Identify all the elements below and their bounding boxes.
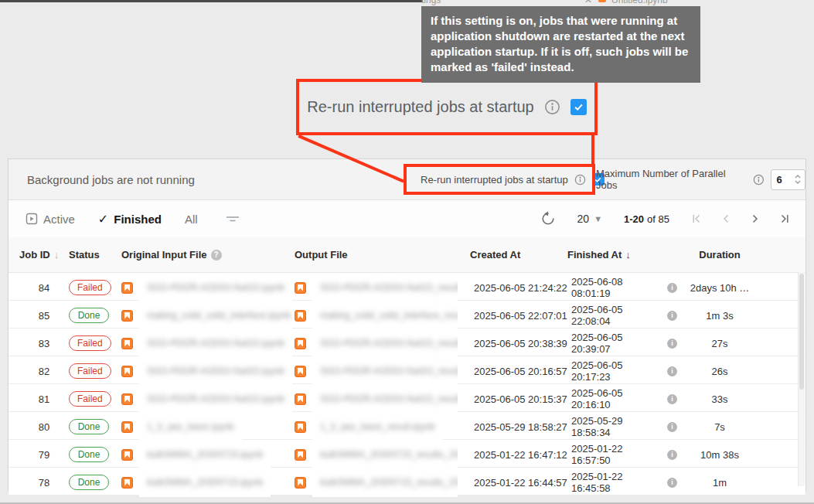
page-size-value: 20: [577, 213, 590, 225]
created-at-cell: 2025-06-05 22:07:01: [470, 310, 567, 322]
notebook-icon: [121, 338, 133, 349]
tab-active[interactable]: Active: [26, 213, 75, 226]
notebook-icon: [295, 282, 306, 294]
range-current: 1-20: [624, 213, 644, 225]
table-row[interactable]: 85Donemaking_solid_solid_interface.ipynb…: [9, 301, 805, 329]
prev-page-icon[interactable]: [720, 213, 731, 224]
notebook-icon: [121, 393, 133, 405]
refresh-icon[interactable]: [540, 211, 556, 226]
page-size-select[interactable]: 20 ▼: [577, 213, 602, 225]
table-row[interactable]: 78DonebulkSMMA_20300715.ipynbbulkSMMA_20…: [9, 468, 805, 495]
notebook-icon: [121, 421, 133, 433]
status-badge: Failed: [69, 335, 111, 351]
table-row[interactable]: 83FailedSGO-PDOR-AODGI-NaGO.ipynbSGO-PDO…: [9, 329, 805, 356]
finished-at-cell: 2025-06-05 20:16:10i: [567, 387, 677, 410]
status-cell: Done: [69, 308, 121, 323]
next-page-icon[interactable]: [750, 213, 761, 224]
info-icon[interactable]: [544, 99, 560, 115]
header-job-id[interactable]: Job ID ↓: [19, 249, 69, 261]
untitled-tab-label[interactable]: Untitled.ipynb: [611, 0, 668, 5]
table-row[interactable]: 79DonebulkSMMA_20300715.ipynbbulkSMMA_20…: [9, 440, 805, 468]
created-at-cell: 2025-05-29 18:58:27: [470, 421, 567, 433]
blurred-filename-box: making_solid_solid_interface.ipynb: [139, 301, 292, 330]
info-icon[interactable]: [753, 174, 765, 186]
last-page-icon[interactable]: [779, 213, 790, 224]
finished-at-cell: 2025-01-22 16:57:50i: [567, 443, 677, 466]
rerun-setting-group: Re-run interrupted jobs at startup: [421, 173, 605, 186]
filter-icon[interactable]: [226, 214, 240, 223]
finished-at-cell: 2025-01-22 16:45:58i: [567, 471, 677, 494]
table-row[interactable]: 81FailedSGO-PDOR-AODGI-NaGO.ipynbSGO-PDO…: [9, 384, 805, 412]
finished-at-value: 2025-01-22 16:45:58: [571, 471, 656, 494]
bookmark-glyph: [298, 368, 303, 375]
bookmark-glyph: [124, 479, 130, 486]
finished-at-value: 2025-06-08 08:01:19: [571, 276, 656, 299]
scrollbar-thumb[interactable]: [799, 274, 804, 390]
table-row[interactable]: 80Done1_3_aas_basic.ipynb1_3_aas_basic_r…: [9, 412, 805, 440]
blurred-filename-box: making_solid_solid_interface_results: [312, 301, 458, 330]
close-icon[interactable]: ✕: [584, 0, 592, 5]
status-badge: Failed: [69, 363, 111, 379]
info-icon[interactable]: i: [667, 450, 677, 460]
info-icon[interactable]: [574, 174, 586, 186]
notebook-icon: [121, 366, 133, 377]
scrollbar[interactable]: [798, 272, 805, 486]
blurred-filename-box: 1_3_aas_basic_result.ipynb: [312, 412, 443, 441]
finished-at-cell: 2025-06-08 08:01:19i: [567, 276, 677, 299]
status-cell: Done: [69, 447, 121, 462]
blurred-filename: making_solid_solid_interface.ipynb: [147, 310, 291, 321]
jobs-toolbar: Active ✓ Finished All: [9, 200, 805, 237]
info-icon[interactable]: i: [667, 478, 677, 488]
blurred-filename-box: SGO-PDOR-AODGI-NaGO.ipynb: [139, 329, 292, 358]
notebook-icon: [295, 338, 306, 349]
bookmark-glyph: [298, 396, 303, 403]
stepper-arrows[interactable]: [795, 175, 801, 184]
blurred-filename: 1_3_aas_basic_result.ipynb: [320, 421, 435, 432]
blurred-filename: 1_3_aas_basic.ipynb: [147, 421, 234, 432]
table-row[interactable]: 82FailedSGO-PDOR-AODGI-NaGO.ipynbSGO-PDO…: [9, 356, 805, 384]
input-file-cell: bulkSMMA_20300715.ipynb: [121, 440, 295, 469]
blurred-filename-box: SGO-PDOR-AODGI-NaGO.ipynb: [139, 384, 292, 414]
duration-cell: 1m 3s: [677, 310, 762, 322]
notebook-icon: [121, 477, 133, 489]
first-page-icon[interactable]: [691, 213, 702, 224]
bookmark-glyph: [298, 424, 303, 431]
blurred-filename: SGO-PDOR-AODGI-NaGO_results_202: [320, 282, 458, 293]
notebook-icon: [295, 421, 306, 433]
blurred-filename: bulkSMMA_20300715_results_2020-0: [320, 449, 458, 460]
job-id-cell: 79: [19, 449, 69, 461]
input-file-cell: SGO-PDOR-AODGI-NaGO.ipynb: [121, 273, 295, 302]
info-icon[interactable]: i: [667, 366, 677, 376]
table-header-row: Job ID ↓ Status Original Input File ? Ou…: [9, 237, 805, 273]
duration-cell: 7s: [677, 421, 762, 433]
output-file-cell: 1_3_aas_basic_result.ipynb: [295, 412, 470, 441]
job-id-cell: 80: [19, 421, 69, 433]
blurred-filename: SGO-PDOR-AODGI-NaGO_results_202: [320, 366, 458, 376]
header-finished-at[interactable]: Finished At ↓: [567, 249, 677, 261]
info-icon[interactable]: i: [667, 394, 677, 404]
blurred-filename: SGO-PDOR-AODGI-NaGO.ipynb: [147, 393, 284, 404]
status-cell: Done: [69, 419, 121, 434]
table-row[interactable]: 84FailedSGO-PDOR-AODGI-NaGO.ipynbSGO-PDO…: [9, 273, 805, 301]
rerun-checkbox[interactable]: [570, 99, 587, 115]
created-at-cell: 2025-06-05 20:15:37: [470, 393, 567, 405]
tab-finished[interactable]: ✓ Finished: [98, 212, 162, 226]
status-cell: Failed: [69, 335, 121, 351]
notebook-icon: [295, 477, 306, 489]
sort-arrow-icon: ↓: [625, 249, 631, 261]
jobs-status-message: Background jobs are not running: [27, 173, 195, 186]
status-cell: Done: [69, 475, 121, 490]
tab-all[interactable]: All: [185, 213, 198, 226]
chevron-down-icon: ▼: [594, 214, 602, 223]
info-icon[interactable]: i: [667, 422, 677, 432]
table-controls: 20 ▼ 1-20of 85: [540, 211, 790, 226]
status-badge: Failed: [69, 280, 111, 295]
notebook-icon: [121, 310, 133, 322]
info-icon[interactable]: i: [667, 311, 677, 321]
info-icon[interactable]: i: [667, 283, 677, 293]
status-badge: Done: [69, 447, 109, 462]
help-icon[interactable]: ?: [211, 250, 222, 261]
info-icon[interactable]: i: [667, 339, 677, 349]
bookmark-glyph: [124, 424, 130, 431]
max-parallel-stepper[interactable]: 6: [771, 169, 805, 190]
